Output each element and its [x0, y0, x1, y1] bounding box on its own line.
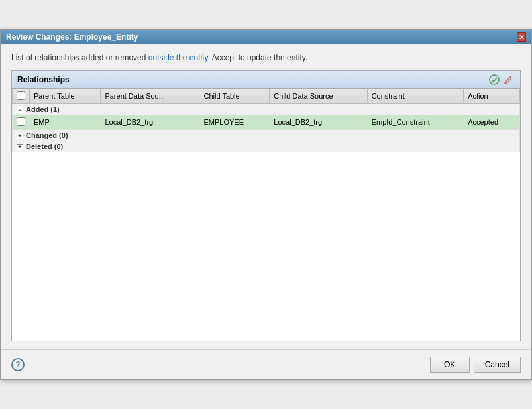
cell-child_data_source: Local_DB2_trg: [270, 115, 367, 129]
relationships-table: Parent Table Parent Data Sou... Child Ta…: [12, 89, 520, 152]
col-child-data-source: Child Data Source: [270, 89, 367, 103]
table-content-area: Parent Table Parent Data Sou... Child Ta…: [12, 89, 520, 341]
row-checkbox-0-0[interactable]: [17, 117, 25, 126]
cell-child_table: EMPLOYEE: [199, 115, 270, 129]
ok-button[interactable]: OK: [430, 357, 470, 373]
collapse-icon-2[interactable]: +: [17, 144, 23, 150]
group-row-1[interactable]: +Changed (0): [13, 129, 520, 141]
cancel-button[interactable]: Cancel: [474, 357, 521, 373]
cell-constraint: EmpId_Constraint: [367, 115, 464, 129]
cell-parent_data_source: Local_DB2_trg: [101, 115, 199, 129]
edit-icon[interactable]: [503, 74, 515, 86]
dialog-footer: ? OK Cancel: [1, 349, 531, 379]
cell-parent_table: EMP: [30, 115, 101, 129]
col-parent-data-source: Parent Data Sou...: [101, 89, 199, 103]
help-button[interactable]: ?: [11, 358, 25, 371]
collapse-icon-1[interactable]: +: [17, 133, 23, 139]
relationships-panel: Relationships: [11, 70, 521, 341]
col-checkbox: [13, 89, 30, 103]
select-all-checkbox[interactable]: [17, 91, 25, 100]
dialog-title: Review Changes: Employee_Entity: [6, 32, 138, 42]
review-changes-dialog: Review Changes: Employee_Entity ✕ List o…: [0, 29, 532, 380]
table-header-row: Parent Table Parent Data Sou... Child Ta…: [13, 89, 520, 103]
dialog-body: List of relationships added or removed o…: [1, 44, 531, 349]
col-child-table: Child Table: [199, 89, 270, 103]
svg-line-1: [510, 76, 511, 77]
svg-point-0: [490, 75, 499, 84]
col-constraint: Constraint: [367, 89, 464, 103]
panel-header: Relationships: [12, 71, 520, 89]
title-bar: Review Changes: Employee_Entity ✕: [1, 30, 531, 44]
table-row: EMPLocal_DB2_trgEMPLOYEELocal_DB2_trgEmp…: [13, 115, 520, 129]
panel-header-icons: [488, 74, 515, 86]
cell-action: Accepted: [464, 115, 520, 129]
col-parent-table: Parent Table: [30, 89, 101, 103]
footer-buttons: OK Cancel: [430, 357, 521, 373]
description-text: List of relationships added or removed o…: [11, 52, 521, 64]
group-row-2[interactable]: +Deleted (0): [13, 141, 520, 152]
collapse-icon-0[interactable]: −: [17, 107, 23, 113]
accept-icon[interactable]: [488, 74, 500, 86]
close-button[interactable]: ✕: [517, 32, 526, 42]
panel-title: Relationships: [17, 75, 70, 84]
group-row-0[interactable]: −Added (1): [13, 103, 520, 115]
col-action: Action: [464, 89, 520, 103]
